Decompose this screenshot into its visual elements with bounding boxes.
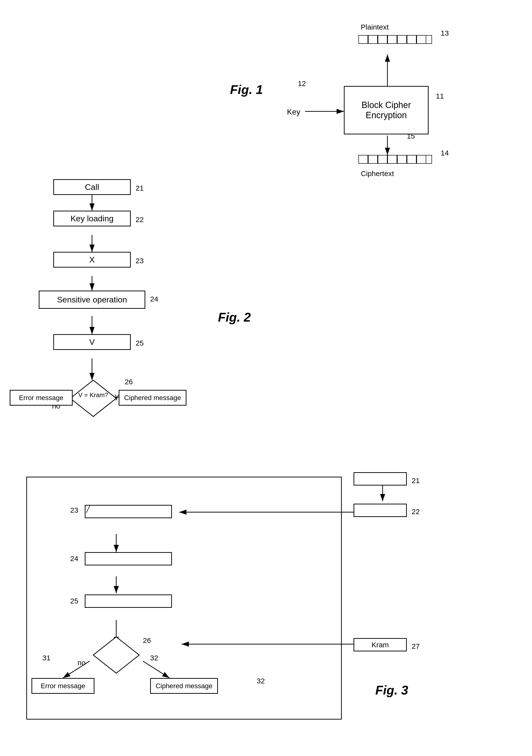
ref-15: 15 — [407, 132, 415, 140]
svg-line-19 — [63, 661, 90, 678]
fig3-diamond26 — [92, 635, 141, 674]
fig3-ref-27: 27 — [412, 642, 420, 650]
fig3-ref-24: 24 — [70, 554, 78, 563]
fig3-ciphered-box: Ciphered message — [150, 678, 218, 694]
fig3-label: Fig. 3 — [375, 683, 408, 697]
fig3-ref-21: 21 — [412, 476, 420, 485]
fig3-ref-22: 22 — [412, 507, 420, 516]
fig2-ciphered-box: Ciphered message — [119, 390, 186, 406]
ref-11: 11 — [436, 92, 444, 100]
ref-13: 13 — [441, 29, 449, 37]
ref-22: 22 — [136, 216, 144, 224]
fig3-error-box: Error message — [32, 678, 94, 694]
fig2-keyloading-box: Key loading — [53, 211, 131, 227]
plaintext-register — [359, 35, 432, 44]
fig1-label: Fig. 1 — [230, 82, 263, 97]
ref-24: 24 — [150, 295, 158, 303]
ref-21: 21 — [136, 184, 144, 192]
fig3-node24 — [85, 552, 172, 565]
fig3-node21 — [354, 472, 407, 486]
ref-25: 25 — [136, 339, 144, 347]
fig2-diamond: V = Kram? — [69, 379, 118, 418]
fig3-node23 — [85, 505, 172, 518]
fig3-ref-25: 25 — [70, 597, 78, 605]
svg-text:V = Kram?: V = Kram? — [78, 391, 108, 399]
block-cipher-box: Block Cipher Encryption — [344, 86, 429, 134]
ref-12: 12 — [298, 79, 306, 88]
ciphertext-register — [359, 155, 432, 164]
fig3-ref-32b: 32 — [150, 654, 158, 662]
fig2-label: Fig. 2 — [218, 310, 251, 324]
fig3-ref-31: 32 — [257, 677, 265, 685]
fig3-node25 — [85, 594, 172, 608]
fig2-call-box: Call — [53, 179, 131, 195]
fig3-ref-23: 23 — [70, 506, 78, 514]
fig3-cut23: ╱ — [86, 505, 90, 513]
fig3-ref-32a: 31 — [42, 654, 50, 662]
fig2-x-box: X — [53, 252, 131, 268]
fig3-no-label: no — [77, 659, 86, 667]
plaintext-label: Plaintext — [361, 23, 389, 31]
ref-23: 23 — [136, 257, 144, 265]
svg-line-20 — [143, 661, 170, 678]
key-label: Key — [287, 108, 300, 117]
fig2-v-box: V — [53, 334, 131, 350]
fig3-ref-26: 26 — [143, 636, 151, 645]
fig2-sensitive-box: Sensitive operation — [39, 291, 145, 309]
ref-26: 26 — [125, 378, 133, 386]
fig3-kram-box: Kram — [354, 638, 407, 651]
fig2-error-box: Error message — [10, 390, 73, 406]
svg-marker-24 — [93, 637, 139, 673]
ciphertext-label: Ciphertext — [361, 170, 394, 178]
ref-14: 14 — [441, 149, 449, 157]
fig3-node22 — [354, 504, 407, 517]
